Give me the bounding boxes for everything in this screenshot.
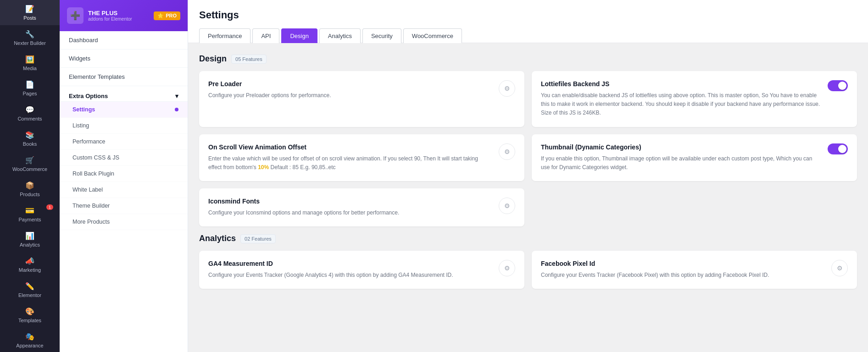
highlight-10pct: 10% [258,164,269,170]
iconsmind-title: Iconsmind Fonts [208,198,491,205]
on-scroll-content: On Scroll View Animation Offset Enter th… [208,143,491,172]
plugin-nav-dashboard[interactable]: Dashboard [60,31,188,50]
lottiefiles-content: Lottiefiles Backend JS You can enable/di… [541,80,820,118]
plugin-sub-white-label[interactable]: White Label [60,182,188,198]
plugin-sub-performance[interactable]: Performance [60,134,188,150]
facebook-pixel-gear-icon[interactable]: ⚙ [831,260,848,276]
content-area: Design 05 Features Pre Loader Configure … [188,43,868,307]
plugin-sub-theme-builder[interactable]: Theme Builder [60,198,188,214]
pre-loader-title: Pre Loader [208,80,491,88]
on-scroll-gear-icon[interactable]: ⚙ [499,143,515,160]
lottiefiles-toggle[interactable] [828,80,848,91]
pages-icon: 📄 [25,80,34,89]
pre-loader-content: Pre Loader Configure your Preloader opti… [208,80,491,100]
active-dot-indicator [175,108,178,111]
payments-badge: 1 [46,204,53,210]
plugin-sub-more-products[interactable]: More Products [60,214,188,230]
plugin-nav-elementor-templates[interactable]: Elementor Templates [60,68,188,86]
media-icon: 🖼️ [25,55,34,64]
plugin-logo-subtitle: addons for Elementor [88,16,132,22]
on-scroll-card: On Scroll View Animation Offset Enter th… [199,134,524,181]
wp-sidebar-item-templates[interactable]: 🎨Templates [0,302,60,328]
settings-header: Settings PerformanceAPIDesignAnalyticsSe… [188,0,868,43]
wp-sidebar-item-comments[interactable]: 💬Comments [0,101,60,126]
thumbnail-toggle[interactable] [828,143,848,154]
pre-loader-card: Pre Loader Configure your Preloader opti… [199,71,524,127]
books-icon: 📚 [25,131,34,139]
ga4-title: GA4 Measurement ID [208,260,491,267]
payments-icon: 💳 [25,206,34,215]
marketing-icon: 📣 [25,257,34,265]
design-row-2: On Scroll View Animation Offset Enter th… [199,134,857,181]
extra-options-header: Extra Options ▾ [60,86,188,102]
thumbnail-title: Thumbnail (Dynamic Categories) [541,143,820,151]
analytics-section: Analytics 02 Features GA4 Measurement ID… [199,234,857,289]
plugin-logo-icon: ➕ [67,7,83,24]
main-content: Settings PerformanceAPIDesignAnalyticsSe… [188,0,868,352]
wp-sidebar-item-media[interactable]: 🖼️Media [0,50,60,76]
analytics-section-title: Analytics [199,234,236,243]
iconsmind-gear-icon[interactable]: ⚙ [499,198,515,214]
plugin-sub-settings[interactable]: Settings [60,102,188,118]
settings-tab-security[interactable]: Security [362,28,401,43]
appearance-icon: 🎭 [25,332,34,341]
facebook-pixel-card: Facebook Pixel Id Configure your Events … [532,251,857,289]
ga4-card: GA4 Measurement ID Configure your Events… [199,251,524,289]
thumbnail-desc: If you enable this option, Thumbnail ima… [541,154,820,172]
wp-sidebar-item-payments[interactable]: 💳Payments1 [0,202,60,227]
analytics-row-1: GA4 Measurement ID Configure your Events… [199,251,857,289]
wp-sidebar-item-appearance[interactable]: 🎭Appearance [0,328,60,352]
pre-loader-gear-icon[interactable]: ⚙ [499,80,515,97]
wp-sidebar-item-books[interactable]: 📚Books [0,126,60,151]
settings-tabs: PerformanceAPIDesignAnalyticsSecurityWoo… [199,28,857,43]
settings-tab-design[interactable]: Design [281,28,317,43]
iconsmind-content: Iconsmind Fonts Configure your Iconsmind… [208,198,491,217]
wp-sidebar-item-products[interactable]: 📦Products [0,176,60,202]
pro-badge[interactable]: ⭐ PRO [154,11,180,20]
wp-sidebar-item-analytics[interactable]: 📊Analytics [0,227,60,252]
lottiefiles-card: Lottiefiles Backend JS You can enable/di… [532,71,857,127]
wp-sidebar-item-pages[interactable]: 📄Pages [0,76,60,101]
analytics-feature-badge: 02 Features [240,234,276,243]
facebook-pixel-title: Facebook Pixel Id [541,260,824,267]
plugin-sub-roll-back-plugin[interactable]: Roll Back Plugin [60,166,188,182]
pre-loader-desc: Configure your Preloader options for per… [208,91,491,100]
on-scroll-desc: Enter the value which will be used for o… [208,154,491,172]
wp-sidebar-item-marketing[interactable]: 📣Marketing [0,252,60,277]
nexter-builder-icon: 🔧 [25,30,34,38]
wp-admin-sidebar: 📝Posts🔧Nexter Builder🖼️Media📄Pages💬Comme… [0,0,60,352]
settings-tab-api[interactable]: API [252,28,279,43]
on-scroll-title: On Scroll View Animation Offset [208,143,491,151]
design-feature-badge: 05 Features [231,55,267,64]
iconsmind-desc: Configure your Iconsmind options and man… [208,209,491,217]
plugin-header: ➕ THE PLUS addons for Elementor ⭐ PRO [60,0,188,31]
wp-sidebar-item-nexter-builder[interactable]: 🔧Nexter Builder [0,25,60,50]
plugin-logo: ➕ THE PLUS addons for Elementor [67,7,132,24]
thumbnail-content: Thumbnail (Dynamic Categories) If you en… [541,143,820,172]
chevron-down-icon[interactable]: ▾ [175,93,178,99]
ga4-content: GA4 Measurement ID Configure your Events… [208,260,491,280]
plugin-logo-title: THE PLUS [88,10,132,17]
ga4-gear-icon[interactable]: ⚙ [499,260,515,276]
analytics-icon: 📊 [25,231,34,240]
settings-tab-analytics[interactable]: Analytics [319,28,361,43]
plugin-nav-widgets[interactable]: Widgets [60,50,188,68]
design-row-3: Iconsmind Fonts Configure your Iconsmind… [199,188,857,226]
thumbnail-card: Thumbnail (Dynamic Categories) If you en… [532,134,857,181]
wp-sidebar-item-elementor[interactable]: ✏️Elementor [0,277,60,302]
wp-sidebar-item-posts[interactable]: 📝Posts [0,0,60,25]
wp-sidebar-item-woocommerce[interactable]: 🛒WooCommerce [0,151,60,176]
plugin-sub-custom-css-js[interactable]: Custom CSS & JS [60,150,188,166]
elementor-icon: ✏️ [25,282,34,291]
settings-tab-performance[interactable]: Performance [199,28,250,43]
plugin-sub-listing[interactable]: Listing [60,118,188,134]
design-section-title: Design [199,54,227,64]
posts-icon: 📝 [25,5,34,13]
products-icon: 📦 [25,181,34,190]
design-row-1: Pre Loader Configure your Preloader opti… [199,71,857,127]
lottiefiles-title: Lottiefiles Backend JS [541,80,820,88]
iconsmind-card: Iconsmind Fonts Configure your Iconsmind… [199,188,524,226]
analytics-section-heading: Analytics 02 Features [199,234,857,243]
settings-tab-woocommerce[interactable]: WooCommerce [403,28,462,43]
plugin-sidebar: ➕ THE PLUS addons for Elementor ⭐ PRO Da… [60,0,188,352]
